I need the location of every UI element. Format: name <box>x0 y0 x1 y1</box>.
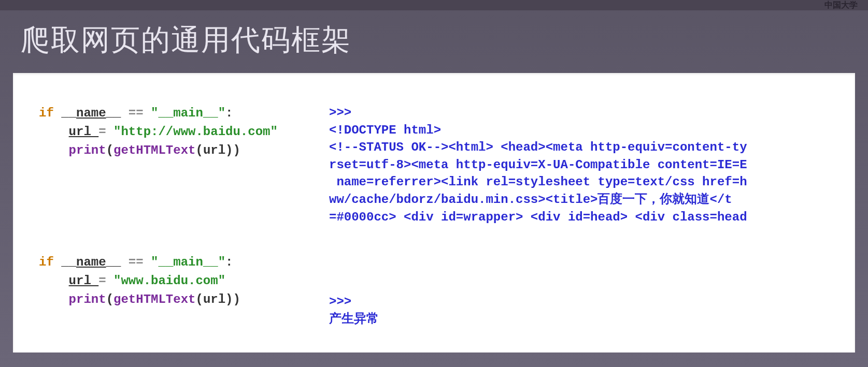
print-func: print <box>69 292 106 306</box>
indent <box>39 143 69 157</box>
url-var: url <box>69 125 99 139</box>
paren: ( <box>106 143 113 157</box>
output-body: 产生异常 <box>329 312 379 326</box>
output-body: <!DOCTYPE html> <!--STATUS OK--><html> <… <box>329 123 747 224</box>
paren: ( <box>195 143 203 157</box>
assign-op: = <box>98 274 106 288</box>
paren: ( <box>195 292 203 306</box>
output-example-2: >>> 产生异常 <box>329 293 834 328</box>
colon: : <box>225 106 233 120</box>
content-panel: if __name__ == "__main__": url = "http:/… <box>13 73 855 353</box>
keyword-if: if <box>39 106 54 120</box>
dunder-post: __ <box>106 255 129 269</box>
slide-title: 爬取网页的通用代码框架 <box>0 10 868 73</box>
url-var: url <box>69 274 99 288</box>
output-example-1: >>> <!DOCTYPE html> <!--STATUS OK--><htm… <box>329 104 834 226</box>
paren-close: )) <box>225 292 240 306</box>
main-string: "__main__" <box>144 255 225 269</box>
repl-prompt: >>> <box>329 106 351 120</box>
paren-close: )) <box>225 143 240 157</box>
eq-op: == <box>129 106 144 120</box>
indent <box>39 125 69 139</box>
code-example-1: if __name__ == "__main__": url = "http:/… <box>39 104 298 160</box>
name-var: name <box>76 106 106 120</box>
repl-prompt: >>> <box>329 295 351 309</box>
indent <box>39 292 69 306</box>
main-string: "__main__" <box>144 106 225 120</box>
colon: : <box>225 255 233 269</box>
gethtml-func: getHTMLText <box>113 292 195 306</box>
paren: ( <box>106 292 113 306</box>
indent <box>39 274 69 288</box>
url-arg: url <box>203 143 225 157</box>
gethtml-func: getHTMLText <box>113 143 195 157</box>
url-string: "http://www.baidu.com" <box>106 125 278 139</box>
print-func: print <box>69 143 106 157</box>
code-column: if __name__ == "__main__": url = "http:/… <box>39 104 298 332</box>
eq-op: == <box>129 255 144 269</box>
keyword-if: if <box>39 255 54 269</box>
url-string: "www.baidu.com" <box>106 274 225 288</box>
header-bar: 中国大学 <box>0 0 868 10</box>
assign-op: = <box>98 125 106 139</box>
code-example-2: if __name__ == "__main__": url = "www.ba… <box>39 253 298 309</box>
dunder-pre: __ <box>54 255 76 269</box>
dunder-pre: __ <box>54 106 76 120</box>
output-column: >>> <!DOCTYPE html> <!--STATUS OK--><htm… <box>329 104 834 332</box>
watermark: 中国大学 <box>824 0 858 11</box>
name-var: name <box>76 255 106 269</box>
url-arg: url <box>203 292 225 306</box>
dunder-post: __ <box>106 106 129 120</box>
